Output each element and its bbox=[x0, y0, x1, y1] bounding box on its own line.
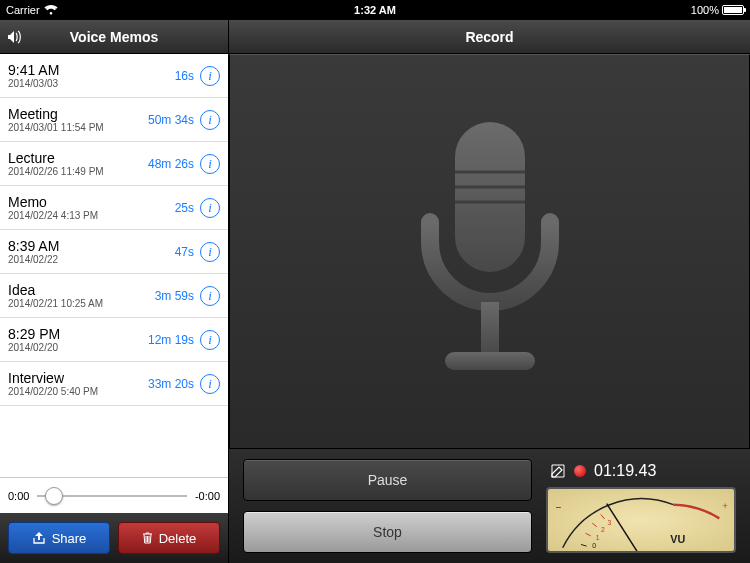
memo-duration: 12m 19s bbox=[148, 333, 194, 347]
svg-line-22 bbox=[592, 523, 597, 527]
memo-subtitle: 2014/03/03 bbox=[8, 78, 175, 89]
memo-row[interactable]: Interview2014/02/20 5:40 PM33m 20si bbox=[0, 362, 228, 406]
battery-icon bbox=[722, 5, 744, 15]
memo-list[interactable]: 9:41 AM2014/03/0316siMeeting2014/03/01 1… bbox=[0, 54, 228, 477]
svg-text:0: 0 bbox=[592, 542, 596, 549]
memo-duration: 33m 20s bbox=[148, 377, 194, 391]
vu-needle bbox=[607, 504, 641, 553]
content-area: Record Pause Stop 01: bbox=[229, 20, 750, 563]
slider-knob[interactable] bbox=[45, 487, 63, 505]
memo-duration: 25s bbox=[175, 201, 194, 215]
carrier-label: Carrier bbox=[6, 4, 40, 16]
share-button[interactable]: Share bbox=[8, 522, 110, 554]
memo-subtitle: 2014/02/26 11:49 PM bbox=[8, 166, 148, 177]
playback-remaining: -0:00 bbox=[195, 490, 220, 502]
memo-subtitle: 2014/02/22 bbox=[8, 254, 175, 265]
content-title: Record bbox=[229, 20, 750, 54]
memo-row[interactable]: 8:39 AM2014/02/2247si bbox=[0, 230, 228, 274]
stop-button[interactable]: Stop bbox=[243, 511, 532, 553]
memo-duration: 47s bbox=[175, 245, 194, 259]
svg-line-18 bbox=[581, 544, 587, 546]
svg-line-20 bbox=[586, 533, 591, 536]
svg-text:1: 1 bbox=[596, 534, 600, 541]
timer-label: 01:19.43 bbox=[594, 462, 656, 480]
action-bar: Share Delete bbox=[0, 513, 228, 563]
memo-subtitle: 2014/02/20 bbox=[8, 342, 148, 353]
playback-bar: 0:00 -0:00 bbox=[0, 477, 228, 513]
svg-text:1: 1 bbox=[590, 552, 594, 553]
record-indicator-icon bbox=[574, 465, 586, 477]
memo-row[interactable]: 8:29 PM2014/02/2012m 19si bbox=[0, 318, 228, 362]
vu-meter: 201075310123 − + VU bbox=[546, 487, 736, 553]
info-button[interactable]: i bbox=[200, 110, 220, 130]
svg-rect-0 bbox=[455, 122, 525, 272]
clock-label: 1:32 AM bbox=[252, 4, 498, 16]
memo-subtitle: 2014/02/24 4:13 PM bbox=[8, 210, 175, 221]
svg-line-24 bbox=[601, 514, 605, 518]
vu-label: VU bbox=[670, 533, 685, 545]
sidebar-header: Voice Memos bbox=[0, 20, 228, 54]
info-button[interactable]: i bbox=[200, 242, 220, 262]
pause-button[interactable]: Pause bbox=[243, 459, 532, 501]
memo-title: 8:29 PM bbox=[8, 326, 148, 342]
svg-text:3: 3 bbox=[608, 519, 612, 526]
edit-icon[interactable] bbox=[550, 463, 566, 479]
memo-subtitle: 2014/02/21 10:25 AM bbox=[8, 298, 155, 309]
playback-elapsed: 0:00 bbox=[8, 490, 29, 502]
memo-subtitle: 2014/02/20 5:40 PM bbox=[8, 386, 148, 397]
memo-row[interactable]: 9:41 AM2014/03/0316si bbox=[0, 54, 228, 98]
svg-rect-4 bbox=[481, 302, 499, 357]
memo-row[interactable]: Idea2014/02/21 10:25 AM3m 59si bbox=[0, 274, 228, 318]
memo-title: 9:41 AM bbox=[8, 62, 175, 78]
info-button[interactable]: i bbox=[200, 198, 220, 218]
memo-duration: 48m 26s bbox=[148, 157, 194, 171]
wifi-icon bbox=[44, 5, 58, 15]
battery-pct-label: 100% bbox=[691, 4, 719, 16]
memo-title: 8:39 AM bbox=[8, 238, 175, 254]
memo-row[interactable]: Meeting2014/03/01 11:54 PM50m 34si bbox=[0, 98, 228, 142]
memo-duration: 50m 34s bbox=[148, 113, 194, 127]
share-label: Share bbox=[52, 531, 87, 546]
memo-title: Interview bbox=[8, 370, 148, 386]
info-button[interactable]: i bbox=[200, 374, 220, 394]
sidebar-title: Voice Memos bbox=[0, 29, 228, 45]
record-canvas bbox=[229, 54, 750, 449]
memo-row[interactable]: Memo2014/02/24 4:13 PM25si bbox=[0, 186, 228, 230]
info-button[interactable]: i bbox=[200, 286, 220, 306]
sidebar: Voice Memos 9:41 AM2014/03/0316siMeeting… bbox=[0, 20, 229, 563]
status-bar: Carrier 1:32 AM 100% bbox=[0, 0, 750, 20]
memo-title: Idea bbox=[8, 282, 155, 298]
memo-subtitle: 2014/03/01 11:54 PM bbox=[8, 122, 148, 133]
delete-button[interactable]: Delete bbox=[118, 522, 220, 554]
vu-minus: − bbox=[556, 502, 562, 513]
info-button[interactable]: i bbox=[200, 154, 220, 174]
timer-row: 01:19.43 bbox=[546, 459, 736, 483]
microphone-icon bbox=[390, 112, 590, 392]
vu-plus: + bbox=[722, 500, 728, 511]
memo-duration: 3m 59s bbox=[155, 289, 194, 303]
controls-panel: Pause Stop 01:19.43 201075310123 − + bbox=[229, 449, 750, 563]
memo-row[interactable]: Lecture2014/02/26 11:49 PM48m 26si bbox=[0, 142, 228, 186]
memo-title: Lecture bbox=[8, 150, 148, 166]
memo-duration: 16s bbox=[175, 69, 194, 83]
delete-label: Delete bbox=[159, 531, 197, 546]
memo-title: Meeting bbox=[8, 106, 148, 122]
share-icon bbox=[32, 532, 46, 544]
svg-text:2: 2 bbox=[601, 526, 605, 533]
playback-slider[interactable] bbox=[37, 495, 187, 497]
info-button[interactable]: i bbox=[200, 330, 220, 350]
trash-icon bbox=[142, 532, 153, 544]
memo-title: Memo bbox=[8, 194, 175, 210]
info-button[interactable]: i bbox=[200, 66, 220, 86]
vu-meter-svg: 201075310123 − + VU bbox=[548, 489, 734, 553]
svg-rect-5 bbox=[445, 352, 535, 370]
